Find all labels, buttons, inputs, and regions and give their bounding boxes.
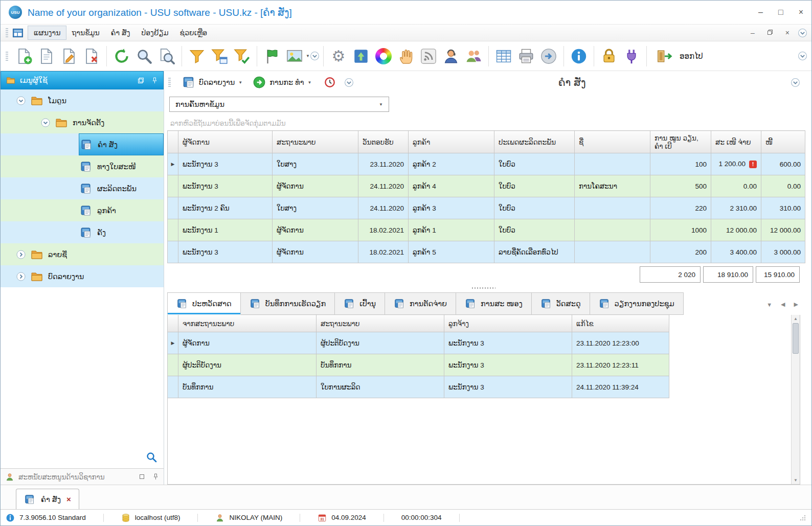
exit-button[interactable]: ອອກໄປ (650, 44, 706, 68)
tree-item[interactable]: ການຈັດຕັ້ງ (1, 111, 164, 133)
vertical-scrollbar[interactable]: ▲ ▼ (791, 315, 800, 484)
column-header[interactable]: ສະຖານະພາບ (273, 131, 358, 153)
scroll-down-icon[interactable]: ▼ (794, 478, 798, 483)
tree-expand-icon[interactable] (16, 271, 26, 282)
menubar-item[interactable]: ຄໍາ ສັ່ງ (105, 26, 136, 39)
window-menu-icon[interactable] (13, 29, 23, 37)
scroll-up-icon[interactable]: ▲ (794, 316, 798, 321)
tree-expand-icon[interactable] (16, 249, 26, 260)
tree-item[interactable]: ທາງໃບສະໜີ (1, 155, 164, 177)
filter-icon[interactable] (186, 44, 208, 68)
filter-check-icon[interactable] (231, 44, 253, 68)
menubar-overflow-button[interactable] (798, 28, 807, 38)
combobox-caret[interactable]: ▼ (379, 102, 383, 107)
column-header[interactable]: ແກ້ໄຂ (572, 315, 669, 332)
menubar-item[interactable]: ແຜນງານ (28, 26, 66, 39)
tree-item[interactable]: ລູກຄ້າ (1, 199, 164, 221)
image-icon[interactable] (283, 44, 306, 68)
menubar-item[interactable]: ຊ່ວຍເຫຼືອ (174, 26, 213, 39)
document-tab[interactable]: ຄໍາ ສັ່ງ × (16, 489, 79, 509)
forward-icon[interactable] (537, 44, 560, 68)
tree-collapse-icon[interactable] (16, 96, 26, 106)
panel-restore-icon[interactable] (138, 77, 144, 84)
search-icon[interactable] (133, 44, 155, 68)
tab-dropdown-icon[interactable]: ▼ (766, 302, 772, 308)
settings-gear-icon[interactable]: ⚙ (327, 44, 350, 68)
tree-item[interactable]: ຜະລິດຕະພັນ (1, 177, 164, 199)
grid-row[interactable]: ພະນັກງານ 2 ຄົນໃບສາງ24.11.2020ລູກຄ້າ 3ໃບບ… (168, 197, 805, 219)
detail-tab[interactable]: ເປົ້ານຸ (335, 292, 385, 315)
mdi-close-button[interactable]: × (785, 29, 790, 37)
search-in-document-icon[interactable] (155, 44, 178, 68)
import-export-icon[interactable] (350, 44, 372, 68)
tree-item[interactable]: ບົດລາຍງານ (1, 265, 164, 287)
column-header[interactable]: ຈາກສະຖານະພາບ (178, 315, 317, 332)
support-agent-icon[interactable] (440, 44, 462, 68)
refresh-icon[interactable] (110, 44, 133, 68)
column-header[interactable]: ຊື່ (575, 131, 650, 153)
column-header[interactable]: ການ ໝູນ ວຽນ, ຄໍາ ເບີ (650, 131, 711, 153)
tree-item[interactable]: ລາຍຊື່ (1, 243, 164, 265)
tab-scroll-left-icon[interactable]: ◀ (781, 301, 785, 308)
toolbar-overflow-button[interactable] (310, 51, 320, 61)
grid-row[interactable]: ▶ຜູ້ຈັດການຜູ້ປະຕິບັດງານພະນັກງານ 323.11.2… (168, 332, 669, 354)
tab-scroll-right-icon[interactable]: ▶ (794, 301, 798, 308)
drag-grip[interactable] (6, 28, 8, 37)
flag-icon[interactable] (261, 44, 283, 68)
menubar-item[interactable]: ປ່ອງຢ້ຽມ (136, 26, 174, 39)
rss-icon[interactable] (417, 44, 440, 68)
grid-row[interactable]: ພະນັກງານ 1ຜູ້ຈັດການ18.02.2021ລູກຄ້າ 1ໃບບ… (168, 219, 805, 241)
hand-icon[interactable] (395, 44, 417, 68)
detail-tab[interactable]: ການສະ ໜອງ (456, 292, 532, 315)
support-panel-header[interactable]: ສະຫນັບສະຫນູນດ້ານວິຊາການ (1, 468, 164, 485)
content-right-overflow-button[interactable] (791, 78, 800, 87)
lock-icon[interactable] (598, 44, 620, 68)
drag-grip[interactable] (168, 78, 171, 87)
info-icon[interactable] (568, 44, 590, 68)
minimize-button[interactable]: – (758, 8, 763, 17)
table-icon[interactable] (492, 44, 515, 68)
detail-tab[interactable]: ວຽກງານກອງປະຊຸມ (590, 292, 684, 315)
grid-row[interactable]: ▶ພະນັກງານ 3ໃບສາງ23.11.2020ລູກຄ້າ 2ໃບບົວ1… (168, 153, 805, 175)
tree-search-icon[interactable] (145, 451, 157, 463)
tree-item[interactable]: ໂມດູນ (1, 89, 164, 111)
horizontal-splitter[interactable] (167, 285, 800, 291)
column-header[interactable]: ລູກຈ້າງ (444, 315, 572, 332)
column-header[interactable]: ໜີ້ (761, 131, 805, 153)
panel-pin-icon[interactable] (152, 473, 159, 480)
toolbar-right-overflow-button[interactable] (798, 51, 807, 61)
tree-item[interactable]: ຄໍາ ສັ່ງ (1, 133, 164, 155)
mdi-minimize-button[interactable]: – (751, 29, 755, 37)
users-group-icon[interactable] (462, 44, 485, 68)
plug-icon[interactable] (620, 44, 643, 68)
document-tab-close-icon[interactable]: × (66, 495, 71, 504)
new-document-icon[interactable] (13, 44, 35, 68)
actions-button[interactable]: ການກະ ທຳ ▼ (249, 74, 315, 91)
clock-icon[interactable] (319, 71, 341, 94)
detail-tab[interactable]: ການຕັດຈ່າຍ (385, 292, 456, 315)
detail-tab[interactable]: ບັນທຶກການເຮັດວຽກ (241, 292, 335, 315)
mdi-restore-button[interactable] (767, 29, 773, 37)
image-dropdown-caret[interactable]: ▼ (306, 54, 310, 58)
content-overflow-button[interactable] (344, 78, 354, 87)
delete-document-icon[interactable] (80, 44, 103, 68)
print-icon[interactable] (515, 44, 537, 68)
detail-tab[interactable]: ປະຫວັດສາດ (167, 292, 241, 315)
scrollbar-thumb[interactable] (793, 323, 799, 354)
filter-edit-icon[interactable] (208, 44, 231, 68)
grid-row[interactable]: ບັນທຶກການໃບການຜະລິດພະນັກງານ 324.11.2020 … (168, 376, 669, 398)
drag-grip[interactable] (6, 52, 8, 61)
panel-restore-icon[interactable] (139, 473, 145, 480)
copy-document-icon[interactable] (35, 44, 58, 68)
column-header[interactable]: ປະເພດຜະລິດຕະພັນ (494, 131, 575, 153)
column-header[interactable]: ສະ ເໜີ ຈ່າຍ (711, 131, 761, 153)
grid-row[interactable]: ຜູ້ປະຕິບັດງານບັນທຶກການພະນັກງານ 323.11.20… (168, 354, 669, 376)
color-wheel-icon[interactable] (372, 44, 395, 68)
grid-row[interactable]: ພະນັກງານ 3ຜູ້ຈັດການ24.11.2020ລູກຄ້າ 4ໃບບ… (168, 175, 805, 197)
detail-tab[interactable]: ວັດສະດຸ (532, 292, 590, 315)
grid-row[interactable]: ພະນັກງານ 3ຜູ້ຈັດການ18.02.2021ລູກຄ້າ 5ລາຍ… (168, 241, 805, 263)
resize-grip[interactable] (799, 514, 806, 521)
column-header[interactable]: ລູກຄ້າ (409, 131, 494, 153)
edit-document-icon[interactable] (58, 44, 80, 68)
column-header[interactable]: ຜູ້ຈັດການ (178, 131, 273, 153)
